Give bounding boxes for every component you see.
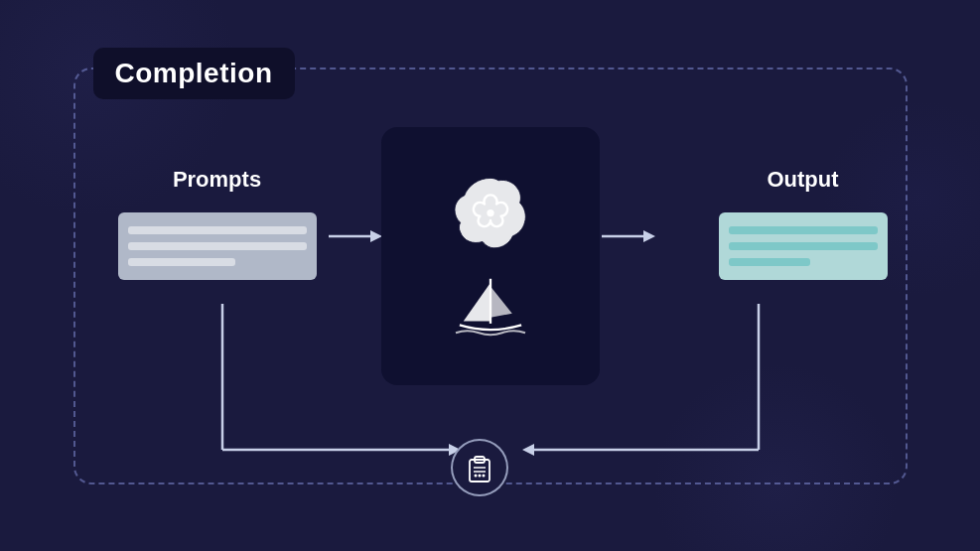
openai-logo-icon: [451, 172, 530, 251]
prompt-line-1: [128, 226, 307, 234]
output-card: [719, 212, 888, 280]
svg-point-12: [482, 474, 485, 477]
svg-point-4: [487, 208, 493, 215]
output-line-2: [729, 242, 878, 250]
prompt-line-2: [128, 242, 307, 250]
prompt-line-3: [128, 258, 235, 266]
completion-title: Completion: [115, 58, 273, 88]
output-label: Output: [767, 167, 838, 193]
svg-point-11: [478, 474, 481, 477]
prompts-section: Prompts: [118, 167, 317, 280]
output-line-1: [729, 226, 878, 234]
sailboat-icon: [451, 271, 530, 341]
diagram-container: Completion Prompts: [64, 38, 917, 514]
svg-marker-1: [370, 230, 382, 242]
prompts-label: Prompts: [173, 167, 261, 193]
arrow-prompts-to-model: [329, 224, 383, 248]
arrow-model-to-output: [602, 224, 656, 248]
output-line-3: [729, 258, 811, 266]
output-section: Output: [719, 167, 888, 280]
svg-marker-3: [643, 230, 655, 242]
config-icon-circle: [451, 439, 508, 496]
svg-point-10: [474, 474, 477, 477]
completion-label-box: Completion: [93, 48, 295, 99]
model-box: [381, 127, 600, 385]
config-icon: [464, 452, 495, 483]
prompt-card: [118, 212, 317, 280]
